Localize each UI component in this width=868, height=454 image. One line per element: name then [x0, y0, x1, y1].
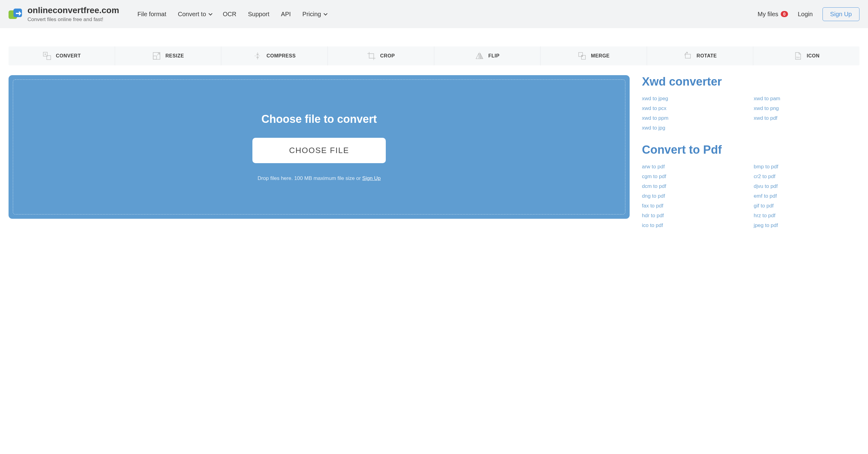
link-hrz-to-pdf[interactable]: hrz to pdf — [754, 212, 860, 219]
nav-ocr[interactable]: OCR — [223, 11, 236, 18]
choose-file-button[interactable]: CHOOSE FILE — [252, 138, 386, 163]
site-header: onlineconvertfree.com Convert files onli… — [0, 0, 868, 28]
dropzone-inner: Choose file to convert CHOOSE FILE Drop … — [13, 80, 625, 215]
nav-api[interactable]: API — [281, 11, 291, 18]
related-links-sidebar: Xwd converter xwd to jpeg xwd to pam xwd… — [642, 75, 860, 229]
link-xwd-to-pdf[interactable]: xwd to pdf — [754, 115, 860, 121]
ico-file-icon: ico — [793, 51, 802, 60]
svg-rect-12 — [581, 55, 583, 57]
dropzone-hint: Drop files here. 100 MB maximum file siz… — [257, 175, 380, 181]
dropzone-title: Choose file to convert — [261, 113, 377, 125]
tab-resize-label: RESIZE — [165, 53, 184, 59]
link-xwd-to-png[interactable]: xwd to png — [754, 105, 860, 112]
link-emf-to-pdf[interactable]: emf to pdf — [754, 193, 860, 199]
dropzone-hint-text: Drop files here. 100 MB maximum file siz… — [257, 175, 362, 181]
tab-merge-label: MERGE — [591, 53, 610, 59]
tab-flip-label: FLIP — [488, 53, 500, 59]
link-bmp-to-pdf[interactable]: bmp to pdf — [754, 164, 860, 170]
nav-convert-to-label: Convert to — [178, 11, 206, 18]
site-tagline: Convert files online free and fast! — [28, 17, 119, 23]
tab-flip[interactable]: FLIP — [434, 47, 541, 65]
tab-rotate-label: ROTATE — [696, 53, 717, 59]
user-nav: My files 0 Login Sign Up — [757, 7, 860, 21]
tab-merge[interactable]: MERGE — [540, 47, 647, 65]
link-djvu-to-pdf[interactable]: djvu to pdf — [754, 183, 860, 190]
link-hdr-to-pdf[interactable]: hdr to pdf — [642, 212, 747, 219]
link-gif-to-pdf[interactable]: gif to pdf — [754, 203, 860, 209]
link-cgm-to-pdf[interactable]: cgm to pdf — [642, 173, 747, 180]
link-xwd-to-jpeg[interactable]: xwd to jpeg — [642, 96, 747, 102]
my-files-badge: 0 — [781, 11, 788, 17]
crop-icon — [367, 51, 376, 60]
signup-button[interactable]: Sign Up — [823, 7, 860, 21]
tab-compress-label: COMPRESS — [267, 53, 296, 59]
convert-to-pdf-section: Convert to Pdf arw to pdf bmp to pdf cgm… — [642, 143, 860, 229]
svg-rect-13 — [685, 54, 691, 58]
rotate-icon — [683, 51, 692, 60]
nav-pricing-label: Pricing — [303, 11, 321, 18]
tab-rotate[interactable]: ROTATE — [647, 47, 753, 65]
link-xwd-to-ppm[interactable]: xwd to ppm — [642, 115, 747, 121]
logo-block[interactable]: onlineconvertfree.com Convert files onli… — [8, 5, 119, 23]
file-dropzone[interactable]: Choose file to convert CHOOSE FILE Drop … — [8, 75, 630, 219]
svg-rect-7 — [153, 56, 157, 59]
link-dng-to-pdf[interactable]: dng to pdf — [642, 193, 747, 199]
xwd-converter-section: Xwd converter xwd to jpeg xwd to pam xwd… — [642, 75, 860, 131]
link-jpeg-to-pdf[interactable]: jpeg to pdf — [754, 222, 860, 229]
compress-icon — [253, 51, 262, 60]
link-cr2-to-pdf[interactable]: cr2 to pdf — [754, 173, 860, 180]
main-nav: File format Convert to OCR Support API P… — [137, 11, 326, 18]
tab-crop[interactable]: CROP — [328, 47, 434, 65]
tool-tabs: CONVERT RESIZE COMPRESS CROP FLIP MERGE … — [8, 47, 860, 65]
nav-convert-to[interactable]: Convert to — [178, 11, 211, 18]
nav-support[interactable]: Support — [248, 11, 270, 18]
link-fax-to-pdf[interactable]: fax to pdf — [642, 203, 747, 209]
xwd-converter-heading: Xwd converter — [642, 75, 860, 88]
tab-icon-label: ICON — [807, 53, 819, 59]
svg-text:ico: ico — [797, 56, 800, 58]
link-xwd-to-pcx[interactable]: xwd to pcx — [642, 105, 747, 112]
flip-icon — [475, 51, 484, 60]
dropzone-signup-link[interactable]: Sign Up — [362, 175, 380, 181]
logo-icon — [8, 7, 23, 21]
link-dcm-to-pdf[interactable]: dcm to pdf — [642, 183, 747, 190]
tab-icon[interactable]: ico ICON — [753, 47, 860, 65]
tab-crop-label: CROP — [380, 53, 395, 59]
tab-convert[interactable]: CONVERT — [8, 47, 115, 65]
login-link[interactable]: Login — [798, 11, 813, 18]
chevron-down-icon — [323, 11, 328, 16]
convert-to-pdf-heading: Convert to Pdf — [642, 143, 860, 157]
my-files-label: My files — [757, 11, 778, 18]
merge-icon — [578, 51, 587, 60]
chevron-down-icon — [209, 11, 212, 16]
link-xwd-to-pam[interactable]: xwd to pam — [754, 96, 860, 102]
site-title: onlineconvertfree.com — [28, 5, 119, 15]
resize-icon — [152, 51, 161, 60]
tab-convert-label: CONVERT — [56, 53, 81, 59]
nav-file-format[interactable]: File format — [137, 11, 166, 18]
link-xwd-to-jpg[interactable]: xwd to jpg — [642, 125, 747, 131]
nav-pricing[interactable]: Pricing — [303, 11, 326, 18]
tab-compress[interactable]: COMPRESS — [221, 47, 328, 65]
convert-icon — [42, 51, 52, 60]
link-arw-to-pdf[interactable]: arw to pdf — [642, 164, 747, 170]
my-files-link[interactable]: My files 0 — [757, 11, 788, 18]
link-ico-to-pdf[interactable]: ico to pdf — [642, 222, 747, 229]
tab-resize[interactable]: RESIZE — [115, 47, 222, 65]
